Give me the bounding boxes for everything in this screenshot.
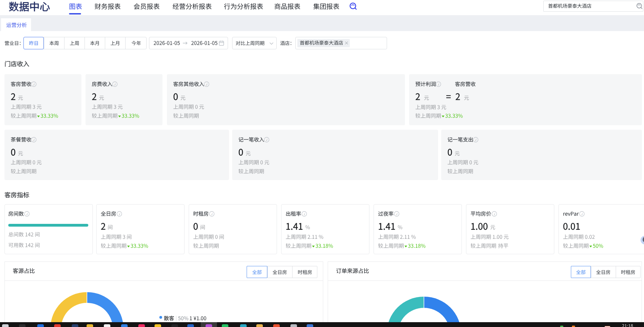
svg-text:i: i xyxy=(26,212,28,216)
svg-text:i: i xyxy=(33,82,35,86)
svg-text:i: i xyxy=(114,82,116,86)
svg-text:i: i xyxy=(266,138,268,141)
svg-text:i: i xyxy=(475,138,477,141)
svg-text:i: i xyxy=(211,212,213,216)
svg-text:i: i xyxy=(438,82,439,86)
svg-text:i: i xyxy=(119,212,120,216)
svg-text:i: i xyxy=(581,212,583,216)
svg-text:i: i xyxy=(396,212,398,216)
svg-text:i: i xyxy=(494,212,495,216)
svg-text:i: i xyxy=(33,138,35,141)
svg-text:i: i xyxy=(304,212,305,216)
svg-text:i: i xyxy=(206,82,208,86)
